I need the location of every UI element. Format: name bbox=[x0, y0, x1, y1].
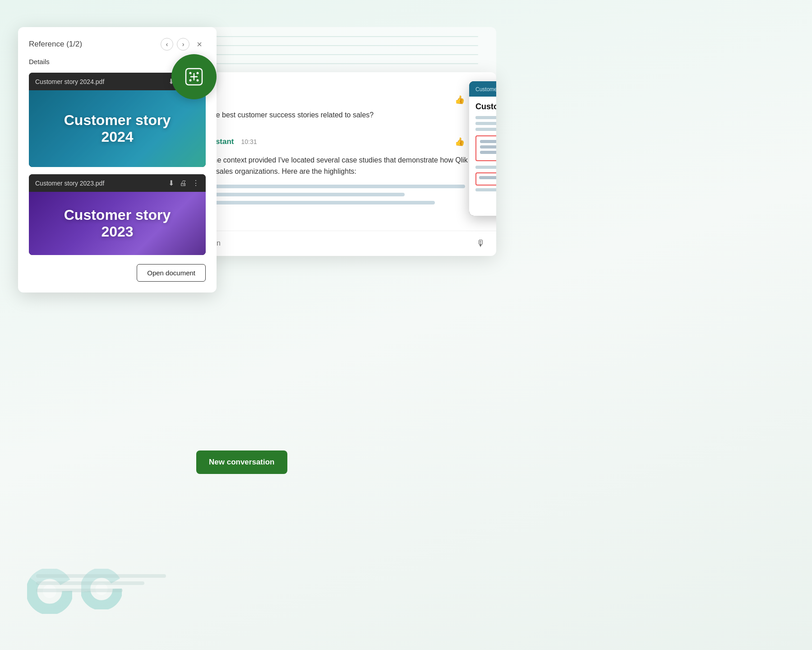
ref-next-button[interactable]: › bbox=[177, 38, 189, 51]
source-line-3 bbox=[475, 128, 496, 131]
doc-thumbnail-text-2024: Customer story 2024 bbox=[64, 112, 171, 145]
ref-title: Reference (1/2) bbox=[29, 40, 82, 49]
source-line-4 bbox=[475, 166, 496, 169]
source-card-body: Customer report bbox=[469, 97, 496, 200]
doc-thumbnail-2024: Customer story 2024 bbox=[29, 90, 206, 167]
source-hl-line-2 bbox=[480, 145, 496, 149]
view-sources-row: View 2 sources bbox=[469, 200, 496, 216]
open-document-button[interactable]: Open document bbox=[137, 264, 206, 282]
assistant-time: 10:31 bbox=[241, 138, 257, 145]
source-line-5 bbox=[475, 188, 496, 191]
doc-filename-2023: Customer story 2023.pdf bbox=[35, 180, 104, 187]
assistant-meta: Assistant 10:31 👍 👎 bbox=[179, 134, 480, 150]
doc-card-actions-2023: ⬇ 🖨 ⋮ bbox=[168, 179, 199, 187]
svg-point-13 bbox=[197, 79, 199, 82]
user-text: What are the best customer success stori… bbox=[179, 109, 480, 121]
mic-button[interactable]: 🎙 bbox=[476, 238, 485, 249]
assistant-text: Based on the context provided I've locat… bbox=[179, 154, 480, 177]
ref-header: Reference (1/2) ‹ › × bbox=[29, 38, 206, 51]
bg-text-lines bbox=[36, 574, 180, 596]
new-conversation-button[interactable]: New conversation bbox=[196, 450, 287, 474]
ref-nav: ‹ › × bbox=[161, 38, 206, 51]
source-hl-line-1 bbox=[480, 140, 496, 143]
open-doc-wrapper: Open document bbox=[29, 264, 206, 282]
user-meta: You 10:30 👍 👎 bbox=[179, 95, 480, 105]
chat-input[interactable] bbox=[173, 239, 476, 247]
assistant-message: Assistant 10:31 👍 👎 Based on the context… bbox=[179, 134, 480, 204]
ai-badge bbox=[171, 54, 217, 99]
user-message: You 10:30 👍 👎 What are the best customer… bbox=[179, 95, 480, 121]
doc-card-header-2023: Customer story 2023.pdf ⬇ 🖨 ⋮ bbox=[29, 174, 206, 192]
source-card-header-text: Customer support bbox=[475, 86, 496, 93]
resp-line-3 bbox=[179, 201, 435, 204]
source-card-header: Customer support bbox=[469, 81, 496, 97]
doc-thumbnail-text-2023: Customer story 2023 bbox=[64, 207, 171, 240]
ui-container: Reference (1/2) ‹ › × Details Customer s… bbox=[18, 27, 550, 501]
svg-point-11 bbox=[197, 72, 199, 74]
source-highlighted-2 bbox=[475, 172, 496, 186]
source-card-title: Customer report bbox=[475, 102, 496, 111]
source-hl2-line bbox=[479, 176, 496, 179]
svg-point-10 bbox=[189, 72, 192, 74]
doc-card-2023: Customer story 2023.pdf ⬇ 🖨 ⋮ Customer s… bbox=[29, 174, 206, 255]
svg-point-12 bbox=[189, 79, 192, 82]
ref-close-button[interactable]: × bbox=[193, 38, 206, 51]
ai-icon bbox=[181, 64, 207, 89]
source-card: Customer support Customer report bbox=[469, 81, 496, 216]
print-icon-2023[interactable]: 🖨 bbox=[180, 179, 187, 187]
resp-line-1 bbox=[179, 185, 465, 188]
source-line-2 bbox=[475, 122, 496, 125]
response-lines bbox=[179, 185, 480, 204]
more-icon-2023[interactable]: ⋮ bbox=[192, 179, 199, 187]
thumbs-up-assistant[interactable]: 👍 bbox=[455, 137, 465, 147]
source-highlighted-block bbox=[475, 135, 496, 161]
thumbs-up-user[interactable]: 👍 bbox=[455, 95, 465, 105]
ref-prev-button[interactable]: ‹ bbox=[161, 38, 173, 51]
source-hl-line-3 bbox=[480, 151, 496, 154]
source-line-1 bbox=[475, 116, 496, 119]
download-icon-2023[interactable]: ⬇ bbox=[168, 179, 174, 187]
doc-thumbnail-2023: Customer story 2023 bbox=[29, 192, 206, 255]
doc-filename-2024: Customer story 2024.pdf bbox=[35, 78, 104, 85]
